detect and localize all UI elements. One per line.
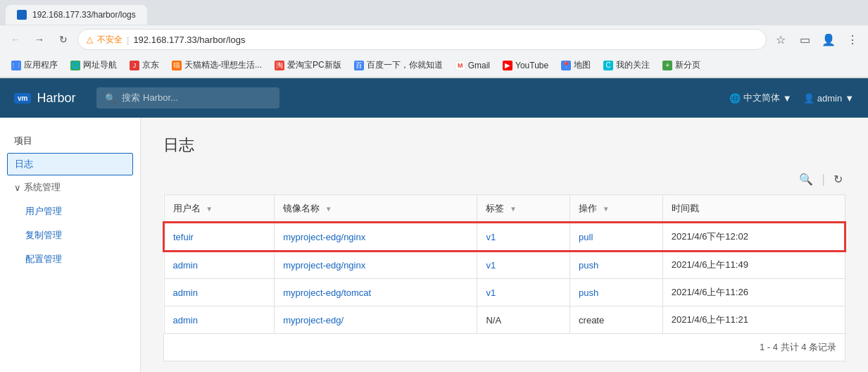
harbor-logo: vm Harbor (14, 91, 75, 106)
bookmark-maps[interactable]: 📍 地图 (555, 56, 596, 74)
col-timestamp-label: 时间戳 (672, 203, 699, 213)
forward-button[interactable]: → (30, 30, 49, 49)
table-toolbar: 🔍 | ↻ (163, 170, 845, 189)
table-row: adminmyproject-edg/nginxv1push2021/4/6上午… (164, 251, 845, 279)
language-button[interactable]: 🌐 中文简体 ▼ (729, 92, 792, 104)
main-layout: 项目 日志 ∨ 系统管理 用户管理 复制管理 配置管理 日志 (0, 118, 868, 372)
cell-operation: push (570, 251, 663, 279)
harbor-search[interactable]: 🔍 搜索 Harbor... (96, 87, 279, 108)
globe-icon: 🌐 (729, 93, 741, 104)
bookmark-youtube[interactable]: ▶ YouTube (497, 58, 554, 73)
table-row: adminmyproject-edg/N/Acreate2021/4/6上午11… (164, 306, 845, 334)
bookmark-maps-label: 地图 (574, 59, 591, 71)
user-button[interactable]: 👤 admin ▼ (803, 93, 854, 104)
bookmark-gmail[interactable]: M Gmail (450, 58, 496, 73)
col-header-image[interactable]: 镜像名称 ▼ (275, 195, 477, 223)
system-mgmt-label: 系统管理 (24, 181, 61, 194)
cell-timestamp: 2021/4/6下午12:02 (662, 223, 845, 251)
nav-icon: 🌐 (70, 61, 80, 70)
cell-username: tefuir (164, 223, 275, 251)
browser-chrome: 192.168.177.33/harbor/logs ← → ↻ △ 不安全 |… (0, 0, 868, 78)
col-header-username[interactable]: 用户名 ▼ (164, 195, 275, 223)
bookmark-taobao-label: 爱淘宝PC新版 (287, 59, 341, 71)
page-title: 日志 (163, 135, 845, 156)
refresh-icon[interactable]: ↻ (831, 170, 845, 189)
active-tab[interactable]: 192.168.177.33/harbor/logs (6, 5, 147, 25)
search-toolbar-icon[interactable]: 🔍 (796, 170, 816, 189)
maps-icon: 📍 (561, 61, 571, 70)
harbor-header: vm Harbor 🔍 搜索 Harbor... 🌐 中文简体 ▼ 👤 admi… (0, 78, 868, 118)
bookmark-follow[interactable]: C 我的关注 (598, 56, 655, 74)
bookmark-apps[interactable]: ⋮⋮ 应用程序 (6, 56, 63, 74)
pagination-text: 1 - 4 共计 4 条记录 (760, 341, 836, 354)
sidebar-item-user-mgmt[interactable]: 用户管理 (0, 199, 140, 223)
bookmark-jd-label: 京东 (142, 59, 159, 71)
harbor-title: Harbor (37, 91, 75, 106)
sidebar: 项目 日志 ∨ 系统管理 用户管理 复制管理 配置管理 (0, 118, 141, 372)
bookmark-gmail-label: Gmail (468, 61, 490, 70)
jd-icon: J (130, 61, 139, 70)
col-tag-label: 标签 (486, 203, 504, 213)
cell-timestamp: 2021/4/6上午11:49 (662, 251, 845, 279)
table-row: adminmyproject-edg/tomcatv1push2021/4/6上… (164, 279, 845, 306)
sort-tag-icon: ▼ (510, 205, 517, 213)
apps-icon: ⋮⋮ (11, 61, 21, 70)
menu-button[interactable]: ⋮ (843, 30, 862, 49)
bookmark-nav-label: 网址导航 (83, 59, 117, 71)
bookmark-apps-label: 应用程序 (24, 59, 58, 71)
sidebar-item-projects[interactable]: 项目 (0, 129, 140, 153)
bookmark-jd[interactable]: J 京东 (124, 56, 165, 74)
cell-username: admin (164, 251, 275, 279)
pagination: 1 - 4 共计 4 条记录 (163, 334, 845, 361)
baidu-icon: 百 (354, 61, 364, 70)
sidebar-section-system: ∨ 系统管理 (0, 175, 140, 199)
sidebar-item-config[interactable]: 配置管理 (0, 247, 140, 271)
sort-image-icon: ▼ (325, 205, 332, 213)
bookmark-taobao[interactable]: 淘 爱淘宝PC新版 (269, 56, 347, 74)
security-warning-icon: △ (87, 35, 93, 44)
taobao-icon: 淘 (275, 61, 284, 70)
search-placeholder: 搜索 Harbor... (122, 92, 177, 104)
profile-button[interactable]: 👤 (819, 30, 838, 49)
user-label: admin (817, 93, 842, 104)
col-image-label: 镜像名称 (283, 203, 320, 213)
cell-image: myproject-edg/nginx (275, 251, 477, 279)
separator: | (127, 35, 129, 45)
chevron-down-icon: ∨ (14, 182, 21, 193)
cell-timestamp: 2021/4/6上午11:21 (662, 306, 845, 334)
col-operation-label: 操作 (579, 203, 597, 213)
col-header-tag[interactable]: 标签 ▼ (477, 195, 570, 223)
user-mgmt-label: 用户管理 (25, 206, 62, 216)
bookmark-baidu-label: 百度一下，你就知道 (367, 59, 443, 71)
cell-timestamp: 2021/4/6上午11:26 (662, 279, 845, 306)
search-icon: 🔍 (105, 93, 116, 104)
col-header-operation[interactable]: 操作 ▼ (570, 195, 663, 223)
cell-operation: pull (570, 223, 663, 251)
bookmark-tmall[interactable]: 猫 天猫精选-理想生活... (166, 56, 268, 74)
sidebar-item-logs[interactable]: 日志 (7, 153, 133, 175)
bookmark-follow-label: 我的关注 (616, 59, 650, 71)
bookmark-star-button[interactable]: ☆ (771, 30, 791, 49)
cell-tag: v1 (477, 223, 570, 251)
replication-label: 复制管理 (25, 230, 62, 240)
bookmarks-bar: ⋮⋮ 应用程序 🌐 网址导航 J 京东 猫 天猫精选-理想生活... 淘 爱淘宝… (0, 54, 868, 78)
extensions-button[interactable]: ▭ (795, 30, 814, 49)
address-bar[interactable]: △ 不安全 | 192.168.177.33/harbor/logs (77, 29, 767, 50)
table-row: tefuirmyproject-edg/nginxv1pull2021/4/6下… (164, 223, 845, 251)
back-button[interactable]: ← (6, 30, 25, 49)
vm-badge: vm (14, 93, 31, 104)
newtab-icon: + (662, 61, 672, 70)
bookmark-nav[interactable]: 🌐 网址导航 (65, 56, 122, 74)
cell-tag: v1 (477, 279, 570, 306)
bookmark-newtab[interactable]: + 新分页 (657, 56, 706, 74)
cell-username: admin (164, 306, 275, 334)
header-right: 🌐 中文简体 ▼ 👤 admin ▼ (729, 92, 854, 104)
sidebar-item-replication[interactable]: 复制管理 (0, 223, 140, 247)
user-chevron-icon: ▼ (845, 93, 854, 104)
cell-image: myproject-edg/nginx (275, 223, 477, 251)
bookmark-baidu[interactable]: 百 百度一下，你就知道 (348, 56, 448, 74)
bookmark-youtube-label: YouTube (515, 61, 548, 70)
tab-title: 192.168.177.33/harbor/logs (32, 10, 136, 20)
reload-button[interactable]: ↻ (54, 30, 73, 49)
follow-icon: C (603, 61, 613, 70)
